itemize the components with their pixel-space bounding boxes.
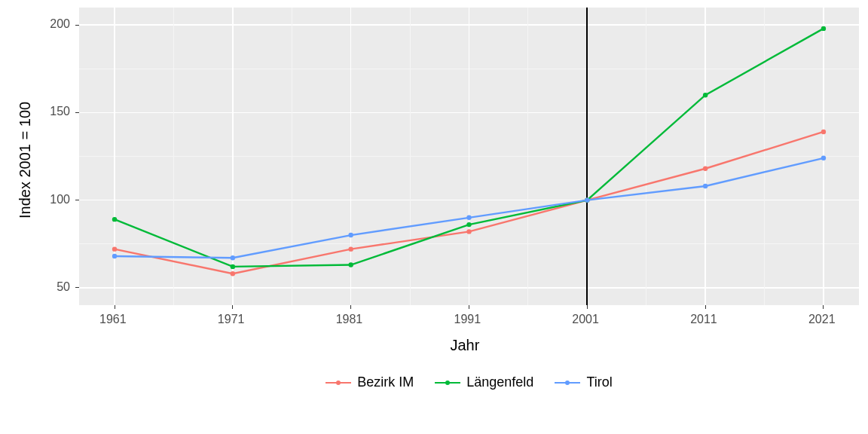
series-point [231,255,235,260]
legend-label: Längenfeld [466,374,533,390]
series-point [466,215,471,220]
y-tick-mark [75,25,79,26]
series-line [115,132,824,274]
series-point [112,217,117,222]
series-point [466,222,471,227]
x-tick-label: 2021 [808,313,836,326]
series-line [115,158,824,258]
series-point [703,93,708,97]
y-tick-mark [75,287,79,288]
series-point [231,271,235,276]
x-tick-label: 2011 [690,313,717,326]
x-axis-title: Jahr [451,337,480,354]
x-tick-mark [705,305,706,309]
series-point [821,156,826,160]
series-point [703,184,708,188]
chart-container: Index 2001 = 100 50100150200196119711981… [0,0,868,434]
x-tick-mark [587,305,588,309]
legend-swatch [326,376,351,390]
x-tick-mark [115,305,115,309]
x-tick-label: 1971 [218,313,245,326]
x-tick-label: 1991 [454,313,481,326]
x-tick-label: 1981 [336,313,363,326]
x-tick-mark [469,305,469,309]
series-point [348,262,353,267]
legend-swatch [435,376,460,390]
legend-item: Bezirk IM [326,374,414,390]
x-tick-mark [823,305,824,309]
series-point [112,246,117,251]
series-point [231,264,235,269]
y-tick-mark [75,200,79,200]
y-tick-label: 100 [50,193,70,206]
series-point [821,26,826,31]
series-point [348,246,353,251]
x-tick-mark [350,305,351,309]
x-tick-label: 1961 [99,313,127,326]
series-point [348,233,353,237]
y-tick-label: 200 [50,17,70,31]
series-point [703,167,708,171]
plot-lines [0,0,868,434]
legend-label: Bezirk IM [357,374,414,390]
x-tick-label: 2001 [572,313,599,326]
legend-item: Längenfeld [435,374,533,390]
series-point [821,130,826,134]
series-point [585,197,589,202]
series-point [112,254,117,258]
y-tick-mark [75,112,79,113]
y-tick-label: 150 [50,105,70,118]
x-tick-mark [232,305,233,309]
series-point [466,229,471,234]
legend-label: Tirol [586,374,612,390]
legend: Bezirk IMLängenfeldTirol [79,374,859,390]
legend-item: Tirol [555,374,612,390]
y-tick-label: 50 [57,280,70,294]
legend-swatch [555,376,580,390]
